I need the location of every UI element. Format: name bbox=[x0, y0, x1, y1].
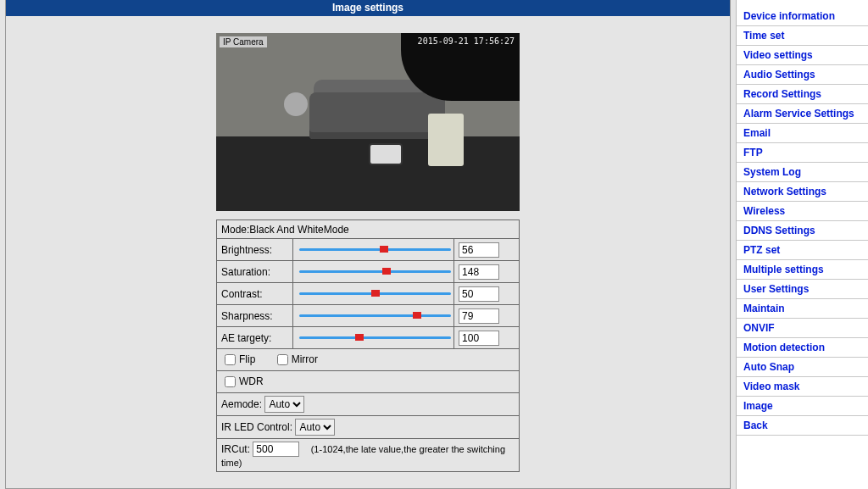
sidebar-nav: Device information Time set Video settin… bbox=[736, 0, 868, 489]
preview-timestamp-overlay: 2015-09-21 17:56:27 bbox=[418, 36, 515, 46]
flip-label[interactable]: Flip bbox=[221, 353, 255, 365]
nav-auto-snap[interactable]: Auto Snap bbox=[737, 358, 868, 377]
mirror-checkbox[interactable] bbox=[277, 354, 288, 365]
sharpness-input[interactable] bbox=[459, 308, 499, 324]
flip-text: Flip bbox=[239, 353, 255, 365]
nav-video-mask[interactable]: Video mask bbox=[737, 377, 868, 397]
contrast-row: Contrast: bbox=[217, 283, 520, 305]
saturation-row: Saturation: bbox=[217, 261, 520, 283]
nav-user-settings[interactable]: User Settings bbox=[737, 280, 868, 299]
saturation-input[interactable] bbox=[459, 264, 499, 280]
ae-targety-label: AE targety: bbox=[217, 327, 293, 349]
brightness-row: Brightness: bbox=[217, 239, 520, 261]
wdr-row: WDR bbox=[217, 371, 520, 393]
nav-ddns-settings[interactable]: DDNS Settings bbox=[737, 221, 868, 241]
nav-device-information[interactable]: Device information bbox=[737, 7, 868, 26]
wdr-checkbox[interactable] bbox=[225, 376, 236, 387]
ircut-row: IRCut: (1-1024,the late value,the greate… bbox=[217, 439, 520, 472]
nav-back[interactable]: Back bbox=[737, 416, 868, 436]
irled-row: IR LED Control: Auto bbox=[217, 416, 520, 439]
wdr-text: WDR bbox=[239, 375, 264, 387]
ae-targety-row: AE targety: bbox=[217, 327, 520, 349]
preview-label-overlay: IP Camera bbox=[220, 36, 267, 47]
mode-label: Mode:Black And WhiteMode bbox=[217, 220, 520, 239]
video-preview: IP Camera 2015-09-21 17:56:27 bbox=[216, 33, 520, 211]
brightness-slider[interactable] bbox=[299, 243, 451, 255]
wdr-label[interactable]: WDR bbox=[221, 375, 264, 387]
brightness-input[interactable] bbox=[459, 242, 499, 258]
irled-select[interactable]: Auto bbox=[295, 419, 335, 436]
preview-floor bbox=[216, 136, 520, 211]
nav-alarm-service-settings[interactable]: Alarm Service Settings bbox=[737, 104, 868, 124]
ircut-input[interactable] bbox=[253, 442, 299, 457]
saturation-slider[interactable] bbox=[299, 265, 451, 277]
mode-row: Mode:Black And WhiteMode bbox=[217, 220, 520, 239]
nav-network-settings[interactable]: Network Settings bbox=[737, 182, 868, 202]
main-border: Image settings IP Camera 2015-09-21 17:5… bbox=[5, 0, 731, 489]
aemode-row: Aemode: Auto bbox=[217, 393, 520, 416]
mirror-text: Mirror bbox=[292, 353, 318, 365]
contrast-input[interactable] bbox=[459, 286, 499, 302]
nav-record-settings[interactable]: Record Settings bbox=[737, 85, 868, 104]
flip-mirror-row: Flip Mirror bbox=[217, 349, 520, 371]
ae-targety-input[interactable] bbox=[459, 331, 499, 346]
main-panel: Image settings IP Camera 2015-09-21 17:5… bbox=[0, 0, 736, 489]
aemode-label: Aemode: bbox=[221, 398, 262, 410]
flip-checkbox[interactable] bbox=[225, 354, 236, 365]
nav-video-settings[interactable]: Video settings bbox=[737, 46, 868, 65]
nav-system-log[interactable]: System Log bbox=[737, 163, 868, 182]
preview-stool bbox=[428, 114, 464, 166]
nav-wireless[interactable]: Wireless bbox=[737, 202, 868, 221]
preview-sofa bbox=[309, 92, 445, 139]
contrast-label: Contrast: bbox=[217, 283, 293, 305]
nav-ptz-set[interactable]: PTZ set bbox=[737, 241, 868, 260]
content: IP Camera 2015-09-21 17:56:27 Mode:Black… bbox=[6, 16, 730, 489]
aemode-select[interactable]: Auto bbox=[264, 396, 304, 413]
nav-ftp[interactable]: FTP bbox=[737, 143, 868, 163]
ircut-label: IRCut: bbox=[221, 443, 250, 455]
sharpness-slider[interactable] bbox=[299, 309, 451, 321]
preview-fan bbox=[284, 92, 308, 116]
mirror-label[interactable]: Mirror bbox=[274, 353, 318, 365]
ae-targety-slider[interactable] bbox=[299, 331, 451, 343]
irled-label: IR LED Control: bbox=[221, 421, 292, 433]
saturation-label: Saturation: bbox=[217, 261, 293, 283]
nav-email[interactable]: Email bbox=[737, 124, 868, 143]
preview-toy bbox=[369, 143, 403, 165]
nav-maintain[interactable]: Maintain bbox=[737, 299, 868, 319]
nav-multiple-settings[interactable]: Multiple settings bbox=[737, 260, 868, 280]
contrast-slider[interactable] bbox=[299, 287, 451, 299]
nav-motion-detection[interactable]: Motion detection bbox=[737, 338, 868, 358]
nav-image[interactable]: Image bbox=[737, 397, 868, 416]
nav-audio-settings[interactable]: Audio Settings bbox=[737, 65, 868, 85]
brightness-label: Brightness: bbox=[217, 239, 293, 261]
nav-onvif[interactable]: ONVIF bbox=[737, 319, 868, 338]
page-title: Image settings bbox=[6, 0, 730, 16]
settings-table: Mode:Black And WhiteMode Brightness: Sat… bbox=[216, 219, 520, 472]
sharpness-row: Sharpness: bbox=[217, 305, 520, 327]
page: Image settings IP Camera 2015-09-21 17:5… bbox=[0, 0, 868, 489]
sharpness-label: Sharpness: bbox=[217, 305, 293, 327]
nav-time-set[interactable]: Time set bbox=[737, 26, 868, 46]
